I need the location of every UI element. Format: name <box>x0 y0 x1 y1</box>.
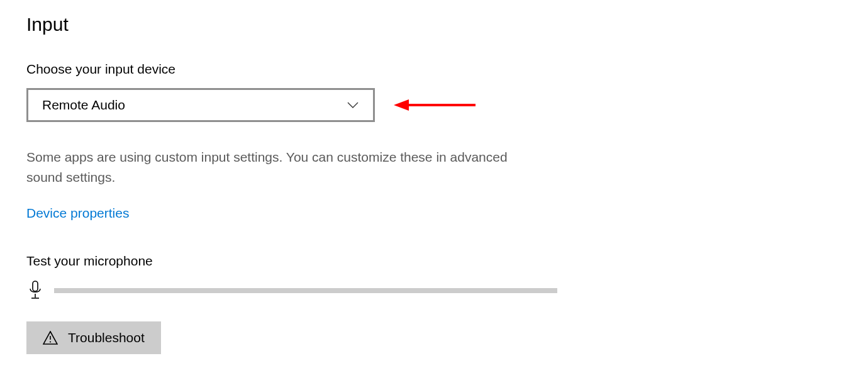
annotation-arrow <box>394 96 476 114</box>
dropdown-row: Remote Audio <box>26 88 842 122</box>
troubleshoot-button-label: Troubleshoot <box>68 330 145 345</box>
microphone-test-row <box>26 280 842 301</box>
microphone-level-bar <box>54 288 557 293</box>
custom-settings-description: Some apps are using custom input setting… <box>26 147 517 187</box>
svg-point-6 <box>50 341 51 342</box>
svg-rect-2 <box>33 281 38 291</box>
svg-marker-1 <box>394 99 409 111</box>
test-microphone-label: Test your microphone <box>26 254 842 269</box>
troubleshoot-button[interactable]: Troubleshoot <box>26 321 161 354</box>
microphone-icon <box>26 280 44 301</box>
input-device-dropdown[interactable]: Remote Audio <box>26 88 375 122</box>
chevron-down-icon <box>347 99 359 111</box>
choose-input-device-label: Choose your input device <box>26 62 842 77</box>
warning-icon <box>43 330 58 345</box>
dropdown-selected-value: Remote Audio <box>42 98 125 113</box>
input-section-title: Input <box>26 14 842 35</box>
device-properties-link[interactable]: Device properties <box>26 206 129 221</box>
